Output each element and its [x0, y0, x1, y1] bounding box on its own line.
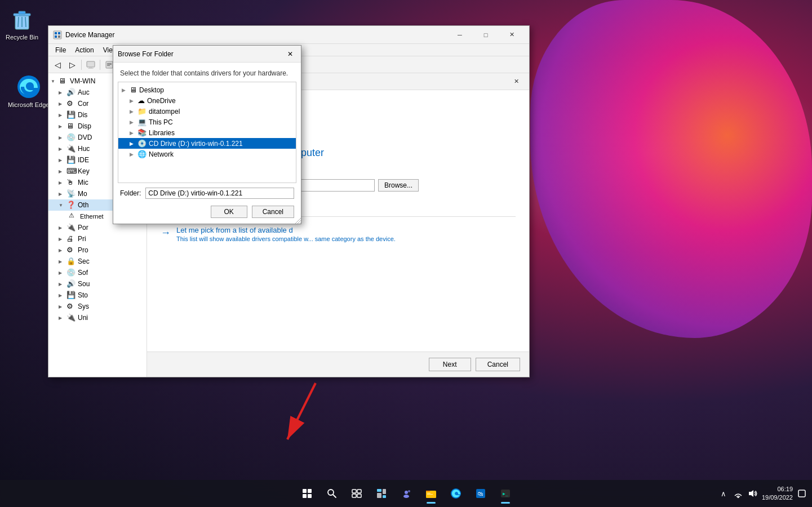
libraries-icon: 📚	[137, 128, 147, 137]
tree-item-pro[interactable]: ▶ ⚙ Pro	[48, 244, 147, 256]
tree-item-sof[interactable]: ▶ 💿 Sof	[48, 267, 147, 278]
next-button[interactable]: Next	[429, 358, 471, 371]
browse-button[interactable]: Browse...	[378, 179, 419, 192]
notification-button[interactable]	[796, 488, 807, 499]
bff-item-ditatompel-label: ditatompel	[149, 108, 180, 115]
bff-item-thispc[interactable]: ▶ 💻 This PC	[118, 117, 296, 127]
bff-item-cddrive-label: CD Drive (D:) virtio-win-0.1.221	[149, 140, 243, 148]
bff-item-libraries-label: Libraries	[149, 129, 175, 137]
toolbar-separator-1	[81, 60, 82, 70]
widgets-button[interactable]	[370, 482, 393, 505]
recycle-bin-label: Recycle Bin	[6, 34, 38, 41]
computer-icon-btn[interactable]	[84, 59, 97, 71]
pick-link-section: → Let me pick from a list of available d…	[161, 226, 516, 242]
file-menu[interactable]: File	[51, 45, 70, 55]
svg-rect-52	[427, 493, 431, 493]
network-icon: 🌐	[137, 150, 147, 158]
search-button[interactable]	[321, 482, 343, 505]
tree-item-uni[interactable]: ▶ 🔌 Uni	[48, 312, 147, 323]
svg-rect-19	[107, 64, 112, 65]
maximize-button[interactable]: □	[473, 26, 499, 44]
svg-rect-18	[107, 63, 112, 64]
svg-line-1	[287, 383, 316, 439]
svg-point-49	[403, 495, 409, 498]
edge-taskbar-button[interactable]	[445, 482, 467, 505]
start-button[interactable]	[296, 482, 318, 505]
back-button[interactable]: ◁	[51, 59, 64, 71]
device-manager-title: Device Manager	[65, 31, 447, 39]
svg-rect-42	[352, 494, 356, 497]
bff-close-button[interactable]: ✕	[284, 49, 296, 59]
bff-item-network-label: Network	[149, 150, 174, 158]
taskbar: 🛍 ▶_ ∧	[0, 480, 812, 507]
svg-line-7	[25, 17, 26, 27]
svg-rect-9	[54, 31, 61, 39]
taskbar-center: 🛍 ▶_	[296, 482, 517, 505]
device-manager-titlebar: Device Manager ─ □ ✕	[48, 26, 529, 44]
bff-item-network[interactable]: ▶ 🌐 Network	[118, 149, 296, 159]
cancel-button[interactable]: Cancel	[476, 358, 520, 371]
svg-rect-4	[19, 11, 25, 14]
recycle-bin-desktop-icon[interactable]: Recycle Bin	[6, 6, 38, 41]
action-menu[interactable]: Action	[70, 45, 98, 55]
bff-item-ditatompel[interactable]: ▶ 📁 ditatompel	[118, 106, 296, 117]
wizard-footer: Next Cancel	[147, 352, 529, 377]
minimize-button[interactable]: ─	[447, 26, 473, 44]
ms-edge-icon	[15, 73, 42, 100]
bff-folder-row: Folder:	[113, 183, 301, 202]
svg-rect-43	[357, 494, 361, 497]
teams-button[interactable]	[395, 482, 418, 505]
bff-item-onedrive[interactable]: ▶ ☁ OneDrive	[118, 95, 296, 106]
tree-item-sec[interactable]: ▶ 🔒 Sec	[48, 256, 147, 267]
red-arrow	[265, 377, 332, 451]
taskbar-date: 19/09/2022	[762, 493, 793, 502]
pick-link-title[interactable]: Let me pick from a list of available d	[176, 226, 396, 234]
tree-item-pri[interactable]: ▶ 🖨 Pri	[48, 233, 147, 244]
svg-line-5	[18, 17, 19, 27]
folder-icon: 📁	[137, 107, 147, 115]
svg-rect-46	[383, 489, 386, 494]
onedrive-icon: ☁	[137, 96, 145, 105]
update-drivers-close[interactable]: ✕	[508, 73, 525, 91]
desktop-icon: 🖥	[130, 86, 137, 94]
bff-item-cddrive[interactable]: ▶ 💿 CD Drive (D:) virtio-win-0.1.221	[118, 138, 296, 149]
root-expander: ▼	[51, 79, 59, 84]
svg-rect-11	[58, 32, 60, 34]
ms-edge-desktop-icon[interactable]: Microsoft Edge	[8, 73, 49, 108]
file-explorer-button[interactable]	[420, 482, 442, 505]
toolbar-separator-2	[100, 60, 100, 70]
svg-rect-47	[383, 495, 386, 498]
bff-ok-button[interactable]: OK	[211, 206, 247, 218]
store-button[interactable]: 🛍	[469, 482, 492, 505]
tree-item-sto[interactable]: ▶ 💾 Sto	[48, 290, 147, 301]
window-controls: ─ □ ✕	[447, 26, 525, 44]
desktop: Recycle Bin Microsoft Edge	[0, 0, 812, 507]
resize-handle[interactable]	[294, 217, 301, 224]
taskbar-right: ∧ 06:19 19/09/2022	[718, 485, 807, 502]
tree-item-sys[interactable]: ▶ ⚙ Sys	[48, 301, 147, 312]
thispc-icon: 💻	[137, 118, 147, 126]
close-button[interactable]: ✕	[499, 26, 525, 44]
svg-rect-13	[58, 35, 60, 38]
bff-item-desktop[interactable]: ▶ 🖥 Desktop	[118, 84, 296, 95]
bff-cancel-button[interactable]: Cancel	[252, 206, 294, 218]
volume-icon[interactable]	[747, 488, 758, 499]
svg-rect-45	[377, 493, 381, 498]
root-label: VM-WIN	[70, 77, 95, 85]
forward-button[interactable]: ▷	[65, 59, 79, 71]
bff-item-libraries[interactable]: ▶ 📚 Libraries	[118, 127, 296, 138]
task-view-button[interactable]	[345, 482, 368, 505]
svg-rect-34	[303, 489, 307, 493]
pick-text-container: Let me pick from a list of available d T…	[176, 226, 396, 242]
svg-rect-40	[352, 490, 356, 493]
tree-item-sou[interactable]: ▶ 🔊 Sou	[48, 278, 147, 290]
recycle-bin-icon	[8, 6, 36, 33]
terminal-button[interactable]: ▶_	[494, 482, 517, 505]
show-hidden-icons-button[interactable]: ∧	[718, 488, 729, 499]
bff-item-thispc-label: This PC	[149, 118, 173, 126]
taskbar-clock[interactable]: 06:19 19/09/2022	[762, 485, 793, 502]
bff-footer: OK Cancel	[113, 202, 301, 224]
bff-description: Select the folder that contains drivers …	[113, 63, 301, 82]
network-icon[interactable]	[733, 488, 744, 499]
bff-folder-input[interactable]	[145, 188, 294, 199]
